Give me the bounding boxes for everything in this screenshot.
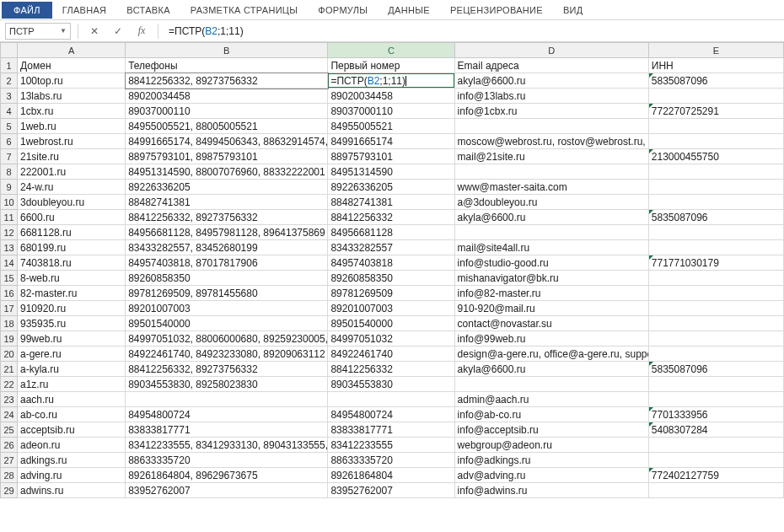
- row-header[interactable]: 2: [1, 73, 18, 89]
- row-header[interactable]: 8: [1, 164, 18, 180]
- cell[interactable]: 89226336205: [328, 180, 454, 195]
- select-all-corner[interactable]: [1, 43, 18, 58]
- col-header-A[interactable]: A: [18, 43, 126, 58]
- cell[interactable]: Домен: [18, 58, 126, 73]
- cell[interactable]: [648, 119, 783, 134]
- cell[interactable]: 88412256332, 89273756332: [126, 73, 328, 89]
- row-header[interactable]: 13: [1, 240, 18, 255]
- cell[interactable]: 88482741381: [328, 195, 454, 210]
- cell[interactable]: 910920.ru: [18, 301, 126, 316]
- cell[interactable]: 7701333956: [648, 407, 783, 422]
- cell[interactable]: info@82-master.ru: [454, 286, 648, 301]
- cell[interactable]: [648, 347, 783, 362]
- cell[interactable]: 88412256332, 89273756332: [126, 362, 328, 377]
- accept-formula-button[interactable]: ✓: [109, 23, 127, 40]
- cell[interactable]: 89781269509, 89781455680: [126, 286, 328, 301]
- cell[interactable]: admin@aach.ru: [454, 392, 648, 407]
- cell[interactable]: 910-920@mail.ru: [454, 301, 648, 316]
- cell[interactable]: acceptsib.ru: [18, 422, 126, 438]
- row-header[interactable]: 18: [1, 316, 18, 331]
- cell[interactable]: info@adwins.ru: [454, 483, 648, 498]
- cell[interactable]: 5835087096: [648, 73, 783, 89]
- row-header[interactable]: 7: [1, 149, 18, 164]
- formula-bar-input[interactable]: =ПСТР(B2;1;11): [165, 24, 779, 39]
- cell[interactable]: 89020034458: [126, 89, 328, 104]
- row-header[interactable]: 21: [1, 362, 18, 377]
- spreadsheet-grid[interactable]: A B C D E 1ДоменТелефоныПервый номерEmai…: [0, 42, 784, 498]
- cell[interactable]: 83433282557: [328, 240, 454, 255]
- cell[interactable]: [648, 240, 783, 255]
- row-header[interactable]: 20: [1, 347, 18, 362]
- cell[interactable]: 84997051032: [328, 331, 454, 347]
- cell[interactable]: 84951314590, 88007076960, 88332222001: [126, 164, 328, 180]
- tab-review[interactable]: РЕЦЕНЗИРОВАНИЕ: [440, 2, 553, 19]
- row-header[interactable]: 27: [1, 453, 18, 468]
- cell[interactable]: [648, 438, 783, 453]
- cell[interactable]: [648, 195, 783, 210]
- cell[interactable]: 21site.ru: [18, 149, 126, 164]
- cell[interactable]: info@adkings.ru: [454, 453, 648, 468]
- cell[interactable]: 82-master.ru: [18, 286, 126, 301]
- cell[interactable]: 83412233555, 83412933130, 89043133555,: [126, 438, 328, 453]
- cell[interactable]: 84922461740, 84923233080, 89209063112: [126, 347, 328, 362]
- tab-home[interactable]: ГЛАВНАЯ: [52, 2, 117, 19]
- cell[interactable]: 100top.ru: [18, 73, 126, 89]
- cell[interactable]: adeon.ru: [18, 438, 126, 453]
- tab-data[interactable]: ДАННЫЕ: [378, 2, 440, 19]
- cell[interactable]: 89226336205: [126, 180, 328, 195]
- cell[interactable]: www@master-saita.com: [454, 180, 648, 195]
- cell[interactable]: 5835087096: [648, 362, 783, 377]
- cell[interactable]: 88633335720: [126, 453, 328, 468]
- cell[interactable]: 6681128.ru: [18, 225, 126, 240]
- row-header[interactable]: 26: [1, 438, 18, 453]
- row-header[interactable]: 14: [1, 255, 18, 271]
- row-header[interactable]: 23: [1, 392, 18, 407]
- cell[interactable]: 84956681128, 84957981128, 89641375869: [126, 225, 328, 240]
- cell[interactable]: [454, 164, 648, 180]
- cell[interactable]: 84922461740: [328, 347, 454, 362]
- cell[interactable]: [648, 286, 783, 301]
- cell[interactable]: a@3doubleyou.ru: [454, 195, 648, 210]
- cell[interactable]: 88975793101, 89875793101: [126, 149, 328, 164]
- cell[interactable]: 5408307284: [648, 422, 783, 438]
- cell[interactable]: adv@adving.ru: [454, 468, 648, 483]
- row-header[interactable]: 22: [1, 377, 18, 392]
- row-header[interactable]: 4: [1, 104, 18, 119]
- tab-view[interactable]: ВИД: [553, 2, 593, 19]
- cell[interactable]: 89037000110: [126, 104, 328, 119]
- cell[interactable]: moscow@webrost.ru, rostov@webrost.ru,: [454, 134, 648, 149]
- cell[interactable]: 88482741381: [126, 195, 328, 210]
- cell[interactable]: 89260858350: [328, 271, 454, 286]
- cell[interactable]: 1web.ru: [18, 119, 126, 134]
- cell[interactable]: [648, 164, 783, 180]
- cell[interactable]: 89201007003: [126, 301, 328, 316]
- cell[interactable]: info@1cbx.ru: [454, 104, 648, 119]
- cell[interactable]: 24-w.ru: [18, 180, 126, 195]
- row-header[interactable]: 12: [1, 225, 18, 240]
- cell[interactable]: a-gere.ru: [18, 347, 126, 362]
- cell[interactable]: [328, 392, 454, 407]
- chevron-down-icon[interactable]: ▼: [60, 27, 67, 35]
- row-header[interactable]: 19: [1, 331, 18, 347]
- cell[interactable]: [454, 377, 648, 392]
- cell[interactable]: 89781269509: [328, 286, 454, 301]
- cell[interactable]: mail@site4all.ru: [454, 240, 648, 255]
- cell[interactable]: 84991665174, 84994506343, 88632914574,: [126, 134, 328, 149]
- cell[interactable]: 89261864804, 89629673675: [126, 468, 328, 483]
- cell[interactable]: 84955005521: [328, 119, 454, 134]
- cell[interactable]: 213000455750: [648, 149, 783, 164]
- cell[interactable]: 83952762007: [126, 483, 328, 498]
- row-header[interactable]: 24: [1, 407, 18, 422]
- cell[interactable]: 84954800724: [126, 407, 328, 422]
- cell[interactable]: 99web.ru: [18, 331, 126, 347]
- row-header[interactable]: 9: [1, 180, 18, 195]
- name-box[interactable]: ПСТР ▼: [5, 23, 71, 40]
- cell[interactable]: Телефоны: [126, 58, 328, 73]
- cell[interactable]: 771771030179: [648, 255, 783, 271]
- cell[interactable]: 84955005521, 88005005521: [126, 119, 328, 134]
- tab-formulas[interactable]: ФОРМУЛЫ: [308, 2, 378, 19]
- cell[interactable]: [126, 392, 328, 407]
- cell[interactable]: 84991665174: [328, 134, 454, 149]
- cell[interactable]: 83833817771: [328, 422, 454, 438]
- row-header[interactable]: 11: [1, 210, 18, 225]
